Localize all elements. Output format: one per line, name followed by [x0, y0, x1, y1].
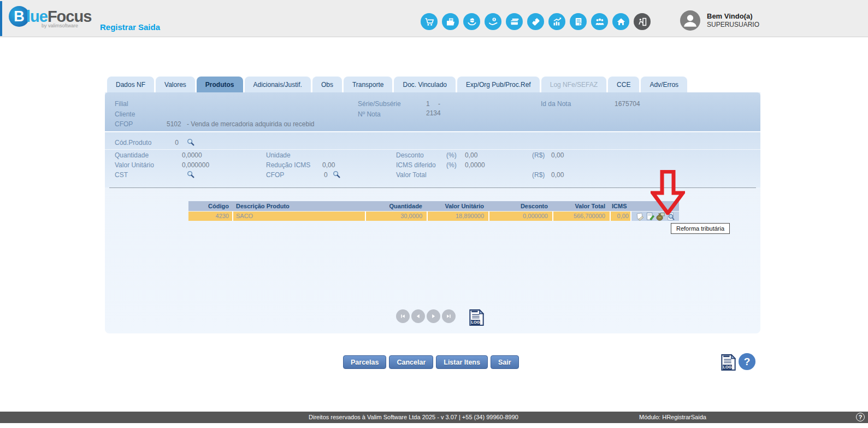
cod-produto-label: Cód.Produto	[115, 139, 151, 146]
icms-diferido-value[interactable]: 0,0000	[465, 161, 485, 169]
avatar[interactable]	[680, 10, 700, 31]
first-page-icon[interactable]	[396, 309, 410, 323]
cfop-lookup-icon[interactable]	[333, 171, 340, 178]
tab-cce[interactable]: CCE	[608, 77, 639, 92]
cfop-item-value[interactable]: 0	[324, 171, 328, 179]
footer-copyright: Direitos reservados à Valim Software Ltd…	[309, 414, 518, 420]
exit-icon[interactable]	[634, 13, 651, 30]
quantidade-label: Quantidade	[115, 151, 149, 159]
cancelar-button[interactable]: Cancelar	[389, 355, 433, 369]
desconto-rs-value[interactable]: 0,00	[551, 151, 564, 159]
tab-dados-nf[interactable]: Dados NF	[107, 77, 154, 92]
cfop-nota-description: - Venda de mercadoria adquirida ou receb…	[187, 120, 314, 128]
icms-diferido-pct-label: (%)	[446, 161, 457, 169]
sales-chart-icon[interactable]	[548, 13, 565, 30]
help-icon[interactable]: ?	[739, 353, 755, 370]
col-descricao-produto: Descrição Produto	[233, 201, 366, 211]
tab-adicionais-justif[interactable]: Adicionais/Justif.	[245, 77, 311, 92]
registrar-saida-screen: B lueFocus by valimsoftware Registrar Sa…	[0, 0, 868, 428]
reducao-icms-value[interactable]: 0,00	[322, 161, 335, 169]
report-list-icon[interactable]	[570, 13, 587, 30]
log-icon[interactable]: LOG	[469, 308, 484, 326]
logo-tagline: by valimsoftware	[42, 23, 78, 28]
header-menu-icons	[421, 13, 651, 30]
filial-label: Filial	[115, 100, 128, 108]
cod-produto-value[interactable]: 0	[171, 139, 179, 146]
cell-icms: 0,00	[611, 212, 631, 221]
username-label: SUPERUSUARIO	[707, 21, 759, 29]
cell-quantidade: 30,0000	[366, 212, 428, 221]
hands-globe-icon[interactable]	[463, 13, 480, 30]
id-nota-label: Id da Nota	[541, 100, 571, 108]
cfop-nota-value: 5102	[167, 120, 181, 128]
numero-nota-value: 2134	[426, 109, 441, 117]
items-table: Código Descrição Produto Quantidade Valo…	[188, 201, 679, 221]
serie-value: 1	[426, 100, 430, 108]
numero-nota-label: Nº Nota	[358, 110, 381, 118]
corner-tools: LOG ?	[721, 353, 755, 371]
quantidade-value[interactable]: 0,0000	[182, 151, 202, 159]
previous-page-icon[interactable]	[411, 309, 425, 323]
welcome-label: Bem Vindo(a)	[707, 12, 759, 21]
cart-icon[interactable]	[421, 13, 438, 30]
cfop-item-label: CFOP	[266, 171, 284, 179]
table-row[interactable]: 4230 SACO 30,0000 18,890000 0,000000 566…	[188, 211, 679, 221]
red-callout-arrow-icon	[651, 170, 685, 215]
serie-subserie-label: Série/Subsérie	[358, 100, 401, 108]
desconto-pct-value[interactable]: 0,00	[465, 151, 477, 159]
next-page-icon[interactable]	[427, 309, 440, 323]
col-desconto: Desconto	[489, 201, 553, 211]
payment-hand-icon[interactable]	[485, 13, 501, 30]
sair-button[interactable]: Sair	[491, 355, 519, 369]
page-title: Registrar Saida	[100, 22, 160, 32]
icms-diferido-label: ICMS diferido	[396, 161, 436, 169]
serie-separator: -	[438, 100, 440, 108]
col-valor-total: Valor Total	[553, 201, 611, 211]
footer-module: Módulo: HRegistrarSaida	[639, 414, 706, 420]
cfop-nota-label: CFOP	[115, 120, 133, 128]
tab-doc-vinculado[interactable]: Doc. Vinculado	[394, 77, 456, 92]
log-icon[interactable]: LOG	[721, 353, 736, 371]
cod-produto-lookup-icon[interactable]	[187, 138, 194, 146]
tab-obs[interactable]: Obs	[312, 77, 342, 92]
valor-total-value: 0,00	[551, 171, 564, 179]
tab-valores[interactable]: Valores	[156, 77, 195, 92]
footer-bar: Direitos reservados à Valim Software Ltd…	[0, 412, 868, 423]
note-icon[interactable]	[635, 212, 644, 221]
svg-text:LOG: LOG	[723, 365, 731, 370]
form-separator	[105, 149, 760, 150]
credit-cards-icon[interactable]	[506, 13, 523, 30]
desconto-pct-label: (%)	[446, 151, 457, 159]
last-page-icon[interactable]	[442, 309, 456, 323]
users-group-icon[interactable]	[591, 13, 608, 30]
documents-folder-icon[interactable]	[442, 13, 459, 30]
tab-adv-erros[interactable]: Adv/Erros	[641, 77, 687, 92]
svg-text:LOG: LOG	[471, 320, 480, 325]
tab-transporte[interactable]: Transporte	[344, 77, 393, 92]
col-icms: ICMS	[611, 201, 631, 211]
nf-tab-bar: Dados NF Valores Produtos Adicionais/Jus…	[107, 77, 687, 92]
cell-valor-total: 566,700000	[553, 212, 611, 221]
cell-descricao: SACO	[233, 212, 366, 221]
cst-lookup-icon[interactable]	[187, 171, 194, 178]
cell-codigo: 4230	[188, 212, 233, 221]
tab-exp-org-pub-proc-ref[interactable]: Exp/Org Pub/Proc.Ref	[457, 77, 540, 92]
cliente-label: Cliente	[115, 110, 135, 118]
desconto-rs-label: (R$)	[532, 151, 545, 159]
tab-produtos[interactable]: Produtos	[197, 77, 243, 92]
tab-log-nfe-sefaz: Log NFe/SEFAZ	[541, 77, 606, 92]
tooltip-reforma-tributaria: Reforma tributária	[671, 223, 730, 234]
id-nota-value: 1675704	[615, 100, 640, 108]
price-tag-icon[interactable]	[527, 13, 544, 30]
parcelas-button[interactable]: Parcelas	[343, 355, 386, 369]
valor-total-rs-label: (R$)	[532, 171, 545, 179]
home-icon[interactable]	[612, 13, 629, 30]
col-valor-unitario: Valor Unitário	[428, 201, 489, 211]
col-quantidade: Quantidade	[366, 201, 428, 211]
reducao-icms-label: Redução ICMS	[266, 161, 310, 169]
app-header: B lueFocus by valimsoftware Registrar Sa…	[0, 0, 868, 37]
listar-itens-button[interactable]: Listar Itens	[436, 355, 488, 369]
valor-unitario-value[interactable]: 0,000000	[182, 161, 209, 169]
footer-help-icon[interactable]: ?	[856, 413, 865, 421]
pagination: LOG	[396, 309, 484, 326]
